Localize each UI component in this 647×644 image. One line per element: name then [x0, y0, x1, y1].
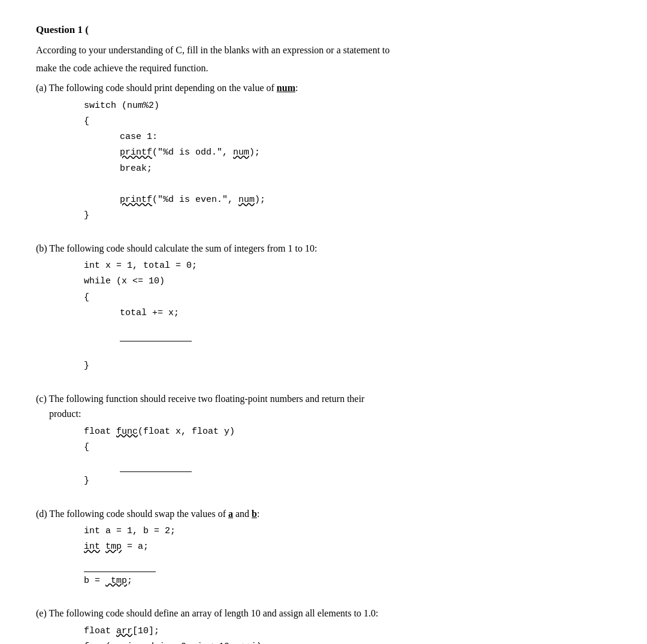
code-while: while (x <= 10) — [84, 274, 611, 289]
code-blank-b — [120, 321, 611, 343]
section-d-a: a — [228, 509, 233, 519]
section-e: (e) The following code should define an … — [36, 606, 611, 644]
section-d: (d) The following code should swap the v… — [36, 506, 611, 589]
code-float-func: float func(float x, float y) — [84, 424, 611, 440]
code-float-arr: float arr[10]; — [84, 624, 611, 639]
code-brace-close-c: } — [84, 473, 611, 489]
code-total: total += x; — [120, 306, 611, 321]
code-brace-open-a: { — [84, 114, 611, 129]
section-c-code: float func(float x, float y) { } — [36, 424, 611, 489]
section-a-num: num — [277, 83, 295, 93]
section-d-b: b — [252, 509, 257, 519]
section-d-code: int a = 1, b = 2; int tmp = a; b = tmp; — [36, 524, 611, 589]
intro-text-2: make the code achieve the required funct… — [36, 61, 611, 75]
section-c: (c) The following function should receiv… — [36, 391, 611, 489]
section-c-label: (c) The following function should receiv… — [36, 391, 611, 422]
code-switch: switch (num%2) — [84, 98, 611, 114]
code-for-loop: for (unsigned i = 0; i < 10; ++i) — [84, 639, 611, 644]
intro-text-1: According to your understanding of C, fi… — [36, 43, 611, 58]
section-e-code: float arr[10]; for (unsigned i = 0; i < … — [36, 624, 611, 644]
section-a-label: (a) The following code should print depe… — [36, 80, 611, 96]
code-printf-odd: printf("%d is odd.", num); — [120, 145, 611, 161]
code-brace-close-b: } — [84, 358, 611, 374]
section-a-code: switch (num%2) { case 1: printf("%d is o… — [36, 98, 611, 224]
section-b-code: int x = 1, total = 0; while (x <= 10) { … — [36, 258, 611, 374]
code-int-x: int x = 1, total = 0; — [84, 258, 611, 274]
code-blank-d — [84, 555, 611, 573]
code-brace-open-c: { — [84, 440, 611, 455]
code-case1: case 1: — [120, 129, 611, 145]
section-b-label: (b) The following code should calculate … — [36, 241, 611, 256]
question-title: Question 1 ( — [36, 24, 611, 36]
code-brace-open-b: { — [84, 290, 611, 306]
section-d-label: (d) The following code should swap the v… — [36, 506, 611, 522]
code-b-tmp: b = tmp; — [84, 573, 611, 589]
code-blank-c — [120, 455, 611, 473]
section-a: (a) The following code should print depe… — [36, 80, 611, 224]
section-e-label: (e) The following code should define an … — [36, 606, 611, 621]
code-brace-close-a: } — [84, 208, 611, 223]
code-break: break; — [120, 161, 611, 177]
code-int-tmp: int tmp = a; — [84, 539, 611, 555]
section-b: (b) The following code should calculate … — [36, 241, 611, 374]
page-container: Question 1 ( According to your understan… — [36, 24, 611, 644]
code-printf-even: printf("%d is even.", num); — [120, 192, 611, 208]
code-int-a: int a = 1, b = 2; — [84, 524, 611, 539]
